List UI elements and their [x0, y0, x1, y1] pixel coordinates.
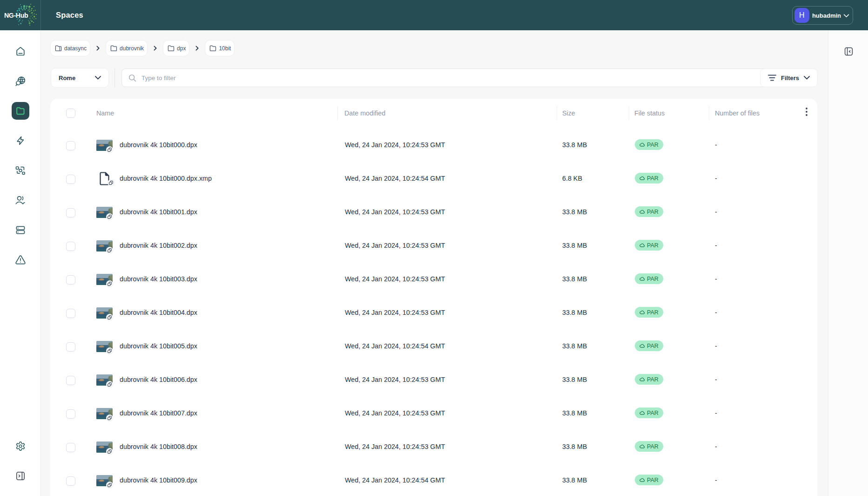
- svg-text:NG-Hub: NG-Hub: [4, 12, 28, 19]
